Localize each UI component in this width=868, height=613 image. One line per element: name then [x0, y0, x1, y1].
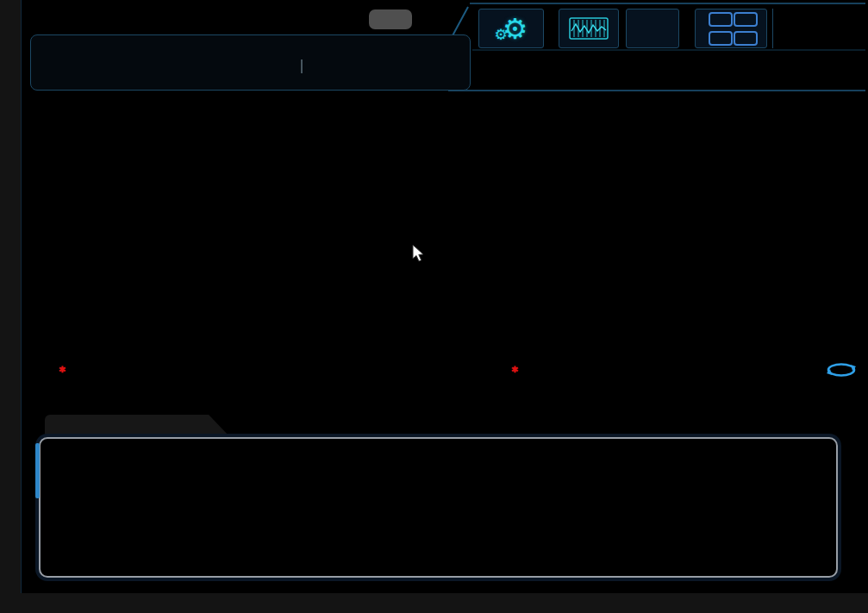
start-freq-readout: ✱ — [59, 363, 67, 377]
table-scroll-indicator[interactable] — [35, 443, 40, 498]
emi-mode-button[interactable] — [626, 9, 679, 48]
scan-waveform-icon — [569, 17, 609, 40]
panel-separator — [301, 59, 303, 73]
status-panel — [472, 52, 868, 91]
frequency-info-panel — [30, 34, 471, 91]
signal-table-tab[interactable] — [45, 415, 231, 438]
signal-table-panel — [39, 437, 838, 578]
settings-button[interactable]: ⚙ ⚙ — [478, 9, 544, 48]
main-spectrum-chart — [0, 95, 868, 364]
emi-analyzer-screen: ⚙ ⚙ — [0, 0, 868, 613]
scan-button[interactable] — [559, 9, 619, 48]
gear-icon: ⚙ — [503, 15, 528, 43]
stop-freq-readout: ✱ — [511, 363, 520, 377]
coupled-marker-icon: ✱ — [59, 365, 66, 374]
layout-grid-icon — [709, 12, 754, 46]
coupled-marker-icon: ✱ — [511, 365, 518, 374]
mouse-cursor — [412, 244, 426, 263]
window-layout-button[interactable] — [695, 9, 767, 48]
remeasure-loop-icon[interactable] — [823, 361, 859, 378]
header-divider — [772, 9, 773, 48]
cispr-button[interactable] — [369, 9, 412, 29]
